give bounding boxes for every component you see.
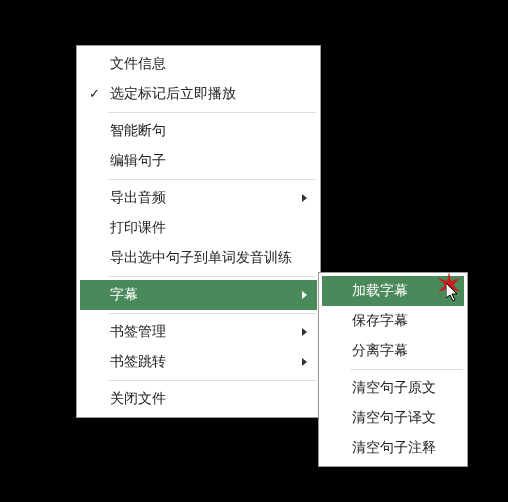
- menu-separator: [108, 313, 316, 314]
- menu-item-smart-split[interactable]: 智能断句: [80, 116, 317, 146]
- menu-item-play-on-mark[interactable]: ✓ 选定标记后立即播放: [80, 79, 317, 109]
- menu-item-label: 字幕: [110, 286, 138, 302]
- chevron-right-icon: [302, 194, 307, 202]
- chevron-right-icon: [302, 291, 307, 299]
- submenu-item-load-subtitle[interactable]: 加载字幕: [322, 276, 464, 306]
- menu-item-label: 分离字幕: [352, 342, 408, 358]
- menu-item-label: 选定标记后立即播放: [110, 85, 236, 101]
- menu-separator: [108, 276, 316, 277]
- submenu-item-clear-notes[interactable]: 清空句子注释: [322, 433, 464, 463]
- menu-item-label: 导出音频: [110, 189, 166, 205]
- menu-separator: [108, 112, 316, 113]
- menu-separator: [350, 369, 463, 370]
- check-icon: ✓: [89, 86, 100, 101]
- menu-item-export-to-training[interactable]: 导出选中句子到单词发音训练: [80, 243, 317, 273]
- menu-separator: [108, 179, 316, 180]
- menu-item-label: 文件信息: [110, 55, 166, 71]
- menu-item-bookmark-manage[interactable]: 书签管理: [80, 317, 317, 347]
- submenu-item-clear-original[interactable]: 清空句子原文: [322, 373, 464, 403]
- subtitle-submenu: 加载字幕 保存字幕 分离字幕 清空句子原文 清空句子译文 清空句子注释: [318, 272, 468, 467]
- menu-item-label: 智能断句: [110, 122, 166, 138]
- menu-item-label: 打印课件: [110, 219, 166, 235]
- menu-item-print[interactable]: 打印课件: [80, 213, 317, 243]
- menu-item-edit-sentence[interactable]: 编辑句子: [80, 146, 317, 176]
- menu-item-label: 导出选中句子到单词发音训练: [110, 249, 292, 265]
- menu-item-label: 书签跳转: [110, 353, 166, 369]
- submenu-item-save-subtitle[interactable]: 保存字幕: [322, 306, 464, 336]
- menu-separator: [108, 380, 316, 381]
- menu-item-label: 保存字幕: [352, 312, 408, 328]
- menu-item-label: 书签管理: [110, 323, 166, 339]
- menu-item-bookmark-jump[interactable]: 书签跳转: [80, 347, 317, 377]
- menu-item-export-audio[interactable]: 导出音频: [80, 183, 317, 213]
- menu-item-label: 关闭文件: [110, 390, 166, 406]
- menu-item-label: 清空句子译文: [352, 409, 436, 425]
- submenu-item-split-subtitle[interactable]: 分离字幕: [322, 336, 464, 366]
- menu-item-subtitle[interactable]: 字幕: [80, 280, 317, 310]
- menu-item-label: 清空句子原文: [352, 379, 436, 395]
- menu-item-file-info[interactable]: 文件信息: [80, 49, 317, 79]
- menu-item-label: 加载字幕: [352, 282, 408, 298]
- menu-item-label: 清空句子注释: [352, 439, 436, 455]
- chevron-right-icon: [302, 328, 307, 336]
- chevron-right-icon: [302, 358, 307, 366]
- menu-item-close-file[interactable]: 关闭文件: [80, 384, 317, 414]
- submenu-item-clear-translation[interactable]: 清空句子译文: [322, 403, 464, 433]
- menu-item-label: 编辑句子: [110, 152, 166, 168]
- context-menu: 文件信息 ✓ 选定标记后立即播放 智能断句 编辑句子 导出音频 打印课件 导出选…: [76, 45, 321, 418]
